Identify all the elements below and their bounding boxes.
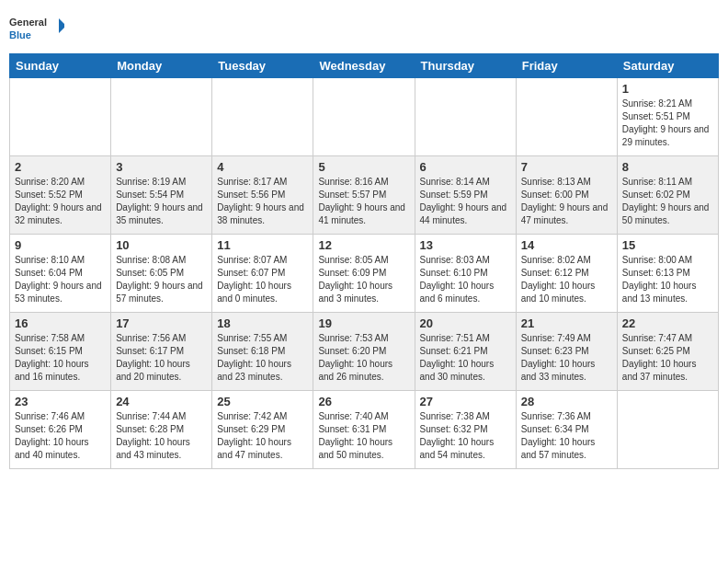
day-number: 16: [15, 316, 106, 330]
calendar-cell: 20Sunrise: 7:51 AM Sunset: 6:21 PM Dayli…: [415, 313, 516, 391]
svg-marker-2: [59, 18, 64, 33]
calendar-table: SundayMondayTuesdayWednesdayThursdayFrid…: [9, 53, 719, 469]
calendar-cell: 11Sunrise: 8:07 AM Sunset: 6:07 PM Dayli…: [212, 235, 313, 313]
calendar-cell: 22Sunrise: 7:47 AM Sunset: 6:25 PM Dayli…: [617, 313, 718, 391]
calendar-cell: 7Sunrise: 8:13 AM Sunset: 6:00 PM Daylig…: [516, 156, 617, 235]
day-number: 13: [420, 238, 511, 252]
day-info: Sunrise: 7:55 AM Sunset: 6:18 PM Dayligh…: [217, 332, 308, 384]
calendar-week-row: 1Sunrise: 8:21 AM Sunset: 5:51 PM Daylig…: [10, 78, 719, 156]
day-number: 17: [116, 316, 207, 330]
calendar-cell: 17Sunrise: 7:56 AM Sunset: 6:17 PM Dayli…: [111, 313, 212, 391]
svg-text:General: General: [9, 17, 47, 28]
calendar-cell: [212, 78, 313, 156]
day-number: 9: [15, 238, 106, 252]
calendar-week-row: 9Sunrise: 8:10 AM Sunset: 6:04 PM Daylig…: [10, 235, 719, 313]
calendar-cell: 12Sunrise: 8:05 AM Sunset: 6:09 PM Dayli…: [313, 235, 415, 313]
day-number: 12: [318, 238, 409, 252]
day-number: 8: [622, 160, 713, 174]
day-info: Sunrise: 7:46 AM Sunset: 6:26 PM Dayligh…: [15, 410, 106, 462]
column-header-wednesday: Wednesday: [313, 54, 415, 78]
day-info: Sunrise: 8:00 AM Sunset: 6:13 PM Dayligh…: [622, 254, 713, 305]
calendar-cell: 4Sunrise: 8:17 AM Sunset: 5:56 PM Daylig…: [212, 156, 313, 235]
day-info: Sunrise: 7:47 AM Sunset: 6:25 PM Dayligh…: [622, 332, 713, 384]
column-header-saturday: Saturday: [617, 54, 718, 78]
calendar-cell: [617, 391, 718, 469]
day-number: 23: [15, 395, 106, 408]
day-number: 2: [15, 160, 106, 174]
day-number: 10: [116, 238, 207, 252]
calendar-cell: [415, 78, 516, 156]
calendar-cell: [313, 78, 415, 156]
calendar-cell: [10, 78, 111, 156]
calendar-cell: 5Sunrise: 8:16 AM Sunset: 5:57 PM Daylig…: [313, 156, 415, 235]
day-number: 7: [521, 160, 612, 174]
day-info: Sunrise: 7:44 AM Sunset: 6:28 PM Dayligh…: [116, 410, 207, 462]
day-number: 4: [217, 160, 308, 174]
calendar-header-row: SundayMondayTuesdayWednesdayThursdayFrid…: [10, 54, 719, 78]
calendar-week-row: 23Sunrise: 7:46 AM Sunset: 6:26 PM Dayli…: [10, 391, 719, 469]
day-info: Sunrise: 7:53 AM Sunset: 6:20 PM Dayligh…: [318, 332, 409, 384]
day-number: 26: [318, 395, 409, 408]
column-header-sunday: Sunday: [10, 54, 111, 78]
day-info: Sunrise: 7:36 AM Sunset: 6:34 PM Dayligh…: [521, 410, 612, 462]
day-info: Sunrise: 8:02 AM Sunset: 6:12 PM Dayligh…: [521, 254, 612, 305]
day-number: 5: [318, 160, 409, 174]
day-info: Sunrise: 7:49 AM Sunset: 6:23 PM Dayligh…: [521, 332, 612, 384]
day-info: Sunrise: 8:08 AM Sunset: 6:05 PM Dayligh…: [116, 254, 207, 305]
calendar-week-row: 2Sunrise: 8:20 AM Sunset: 5:52 PM Daylig…: [10, 156, 719, 235]
day-number: 21: [521, 316, 612, 330]
calendar-cell: 14Sunrise: 8:02 AM Sunset: 6:12 PM Dayli…: [516, 235, 617, 313]
day-info: Sunrise: 8:10 AM Sunset: 6:04 PM Dayligh…: [15, 254, 106, 305]
calendar-cell: [111, 78, 212, 156]
day-number: 25: [217, 395, 308, 408]
calendar-week-row: 16Sunrise: 7:58 AM Sunset: 6:15 PM Dayli…: [10, 313, 719, 391]
calendar-cell: 6Sunrise: 8:14 AM Sunset: 5:59 PM Daylig…: [415, 156, 516, 235]
day-number: 19: [318, 316, 409, 330]
day-number: 14: [521, 238, 612, 252]
calendar-cell: 3Sunrise: 8:19 AM Sunset: 5:54 PM Daylig…: [111, 156, 212, 235]
day-number: 18: [217, 316, 308, 330]
day-number: 3: [116, 160, 207, 174]
day-info: Sunrise: 7:42 AM Sunset: 6:29 PM Dayligh…: [217, 410, 308, 462]
column-header-tuesday: Tuesday: [212, 54, 313, 78]
day-info: Sunrise: 8:13 AM Sunset: 6:00 PM Dayligh…: [521, 176, 612, 227]
calendar-cell: 1Sunrise: 8:21 AM Sunset: 5:51 PM Daylig…: [617, 78, 718, 156]
page-header: General Blue: [9, 9, 719, 46]
day-info: Sunrise: 7:38 AM Sunset: 6:32 PM Dayligh…: [420, 410, 511, 462]
logo-svg: General Blue: [9, 9, 64, 46]
column-header-thursday: Thursday: [415, 54, 516, 78]
day-info: Sunrise: 8:20 AM Sunset: 5:52 PM Dayligh…: [15, 176, 106, 227]
day-number: 6: [420, 160, 511, 174]
calendar-cell: 10Sunrise: 8:08 AM Sunset: 6:05 PM Dayli…: [111, 235, 212, 313]
calendar-cell: 18Sunrise: 7:55 AM Sunset: 6:18 PM Dayli…: [212, 313, 313, 391]
day-number: 15: [622, 238, 713, 252]
calendar-cell: 8Sunrise: 8:11 AM Sunset: 6:02 PM Daylig…: [617, 156, 718, 235]
calendar-cell: 24Sunrise: 7:44 AM Sunset: 6:28 PM Dayli…: [111, 391, 212, 469]
calendar-cell: 23Sunrise: 7:46 AM Sunset: 6:26 PM Dayli…: [10, 391, 111, 469]
day-info: Sunrise: 8:11 AM Sunset: 6:02 PM Dayligh…: [622, 176, 713, 227]
calendar-cell: 16Sunrise: 7:58 AM Sunset: 6:15 PM Dayli…: [10, 313, 111, 391]
day-info: Sunrise: 8:19 AM Sunset: 5:54 PM Dayligh…: [116, 176, 207, 227]
day-info: Sunrise: 7:58 AM Sunset: 6:15 PM Dayligh…: [15, 332, 106, 384]
day-number: 24: [116, 395, 207, 408]
calendar-cell: 9Sunrise: 8:10 AM Sunset: 6:04 PM Daylig…: [10, 235, 111, 313]
day-info: Sunrise: 8:17 AM Sunset: 5:56 PM Dayligh…: [217, 176, 308, 227]
logo: General Blue: [9, 9, 64, 46]
calendar-cell: 26Sunrise: 7:40 AM Sunset: 6:31 PM Dayli…: [313, 391, 415, 469]
day-number: 22: [622, 316, 713, 330]
day-number: 28: [521, 395, 612, 408]
calendar-cell: 19Sunrise: 7:53 AM Sunset: 6:20 PM Dayli…: [313, 313, 415, 391]
calendar-cell: 25Sunrise: 7:42 AM Sunset: 6:29 PM Dayli…: [212, 391, 313, 469]
calendar-cell: 28Sunrise: 7:36 AM Sunset: 6:34 PM Dayli…: [516, 391, 617, 469]
day-info: Sunrise: 8:03 AM Sunset: 6:10 PM Dayligh…: [420, 254, 511, 305]
calendar-cell: 2Sunrise: 8:20 AM Sunset: 5:52 PM Daylig…: [10, 156, 111, 235]
day-info: Sunrise: 7:51 AM Sunset: 6:21 PM Dayligh…: [420, 332, 511, 384]
day-info: Sunrise: 7:56 AM Sunset: 6:17 PM Dayligh…: [116, 332, 207, 384]
day-number: 27: [420, 395, 511, 408]
day-info: Sunrise: 7:40 AM Sunset: 6:31 PM Dayligh…: [318, 410, 409, 462]
day-info: Sunrise: 8:21 AM Sunset: 5:51 PM Dayligh…: [622, 98, 713, 149]
day-number: 1: [622, 82, 713, 96]
calendar-cell: [516, 78, 617, 156]
column-header-monday: Monday: [111, 54, 212, 78]
calendar-cell: 27Sunrise: 7:38 AM Sunset: 6:32 PM Dayli…: [415, 391, 516, 469]
